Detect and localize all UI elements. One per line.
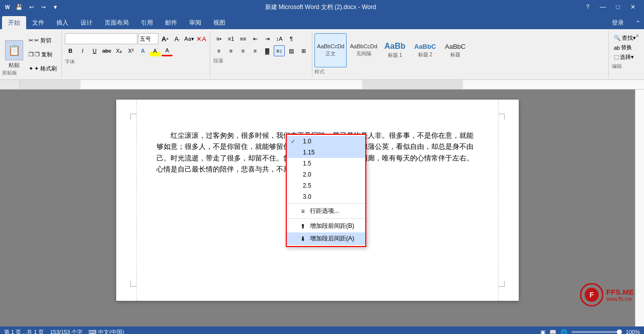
columns-btn[interactable]: ▓ xyxy=(262,45,273,56)
spacing-1-0-label: 1.0 xyxy=(303,138,311,145)
grow-font-btn[interactable]: A+ xyxy=(159,33,171,44)
minimize-btn[interactable]: — xyxy=(596,0,610,14)
font-group-label: 字体 xyxy=(65,58,207,65)
style-normal[interactable]: AaBbCcDd 正文 xyxy=(314,33,347,67)
spacing-2-0-label: 2.0 xyxy=(303,171,311,178)
undo-qa-btn[interactable]: ↩ xyxy=(26,2,36,12)
copy-label: ❐ 复制 xyxy=(35,51,52,58)
tab-view[interactable]: 视图 xyxy=(207,16,231,29)
redo-qa-btn[interactable]: ↪ xyxy=(38,2,48,12)
tab-mailings[interactable]: 邮件 xyxy=(159,16,183,29)
sort-btn[interactable]: ↕A xyxy=(274,33,285,44)
tab-file[interactable]: 文件 xyxy=(26,16,50,29)
save-qa-btn[interactable]: 💾 xyxy=(14,2,24,12)
bold-button[interactable]: B xyxy=(65,45,76,56)
line-spacing-btn[interactable]: ≡↕ xyxy=(274,45,285,56)
align-right-btn[interactable]: ≡ xyxy=(237,45,249,56)
view-normal-btn[interactable]: ▣ xyxy=(540,329,545,335)
clipboard-group: 📋 粘贴 ✂ ✂ 剪切 ❐ ❐ 复制 ✦ ✦ 格式刷 剪贴板 xyxy=(0,31,62,77)
options-label: 行距选项... xyxy=(310,207,339,215)
check-icon: ✓ xyxy=(291,138,299,145)
ribbon-tabs: 开始 文件 插入 设计 页面布局 引用 邮件 审阅 视图 登录 ⌃ xyxy=(0,14,644,29)
language-indicator[interactable]: ⌨ 中文(中国) xyxy=(89,328,124,335)
spacing-2-5[interactable]: 2.5 xyxy=(287,180,365,191)
line-spacing-options[interactable]: ≡ 行距选项... xyxy=(287,205,365,217)
spacing-1-0[interactable]: ✓ 1.0 xyxy=(287,136,365,147)
ruler-corner xyxy=(0,80,20,89)
ruler-area xyxy=(0,80,644,90)
tab-home[interactable]: 开始 xyxy=(2,16,26,29)
view-web-btn[interactable]: 🌐 xyxy=(560,329,568,335)
highlight-btn[interactable]: A xyxy=(149,45,160,56)
font-size-input[interactable] xyxy=(138,33,158,44)
watermark-text: FFS.ME www.ffs.me xyxy=(606,288,634,302)
font-name-input[interactable] xyxy=(65,33,137,44)
clipboard-sub: ✂ ✂ 剪切 ❐ ❐ 复制 ✦ ✦ 格式刷 xyxy=(26,32,59,76)
search-icon: 🔍 xyxy=(614,35,621,41)
spacing-2-0[interactable]: 2.0 xyxy=(287,169,365,180)
spacing-1-5[interactable]: 1.5 xyxy=(287,158,365,169)
copy-button[interactable]: ❐ ❐ 复制 xyxy=(27,50,58,59)
decrease-indent-btn[interactable]: ⇤ xyxy=(250,33,261,44)
ribbon-collapse-btn[interactable]: ∧ xyxy=(632,30,642,40)
spacing-3-0[interactable]: 3.0 xyxy=(287,191,365,202)
clear-format-btn[interactable]: ✕A xyxy=(196,33,207,44)
style-title-preview: AaBbC xyxy=(445,43,465,50)
add-space-after[interactable]: ⬇ 增加段后间距(A) xyxy=(287,232,365,245)
help-btn[interactable]: ? xyxy=(581,0,595,14)
space-after-icon: ⬇ xyxy=(299,235,307,243)
zoom-slider[interactable] xyxy=(572,331,622,333)
tab-insert[interactable]: 插入 xyxy=(50,16,74,29)
increase-indent-btn[interactable]: ⇥ xyxy=(262,33,273,44)
text-effect-btn[interactable]: A xyxy=(137,45,148,56)
ribbon-expand-icon[interactable]: ⌃ xyxy=(632,17,644,29)
style-normal-preview: AaBbCcDd xyxy=(317,43,344,49)
font-color-btn[interactable]: A xyxy=(162,45,173,56)
superscript-button[interactable]: X² xyxy=(125,45,136,56)
style-heading2[interactable]: AaBbC 标题 2 xyxy=(411,33,440,67)
maximize-btn[interactable]: □ xyxy=(611,0,625,14)
shading-btn[interactable]: ▨ xyxy=(286,45,297,56)
select-button[interactable]: ⬚ 选择▾ xyxy=(612,52,641,62)
justify-btn[interactable]: ≡ xyxy=(250,45,261,56)
bullets-btn[interactable]: ≡• xyxy=(213,33,224,44)
word-icon: W xyxy=(4,3,12,11)
align-center-btn[interactable]: ≡ xyxy=(225,45,236,56)
paragraph-group-label: 段落 xyxy=(213,57,309,64)
tab-references[interactable]: 引用 xyxy=(135,16,159,29)
style-heading1[interactable]: AaBb 标题 1 xyxy=(380,33,410,67)
shrink-font-btn[interactable]: A- xyxy=(172,33,183,44)
italic-button[interactable]: I xyxy=(77,45,88,56)
subscript-button[interactable]: X₂ xyxy=(113,45,124,56)
view-read-btn[interactable]: 📖 xyxy=(549,329,556,335)
change-case-btn[interactable]: Aa▾ xyxy=(184,33,195,44)
title-bar: W 💾 ↩ ↪ ▼ 新建 Microsoft Word 文档 (2).docx … xyxy=(0,0,644,14)
spacing-1-15[interactable]: 1.15 xyxy=(287,147,365,158)
cut-button[interactable]: ✂ ✂ 剪切 xyxy=(27,36,58,45)
multilevel-btn[interactable]: ≡≡ xyxy=(237,33,249,44)
zoom-level[interactable]: 100% xyxy=(626,329,640,334)
borders-btn[interactable]: ⊞ xyxy=(298,45,309,56)
tab-layout[interactable]: 页面布局 xyxy=(99,16,135,29)
underline-button[interactable]: U xyxy=(89,45,100,56)
tab-review[interactable]: 审阅 xyxy=(183,16,207,29)
show-marks-btn[interactable]: ¶ xyxy=(286,33,297,44)
style-title[interactable]: AaBbC 标题 xyxy=(441,33,470,67)
svg-rect-3 xyxy=(20,80,80,89)
qa-dropdown-btn[interactable]: ▼ xyxy=(50,2,60,12)
page-info: 第 1 页，共 1 页 xyxy=(4,328,44,335)
align-left-btn[interactable]: ≡ xyxy=(213,45,224,56)
tab-design[interactable]: 设计 xyxy=(74,16,99,29)
font-name-row: A+ A- Aa▾ ✕A xyxy=(65,33,207,44)
close-btn[interactable]: ✕ xyxy=(626,0,640,14)
style-no-spacing-label: 无间隔 xyxy=(356,50,371,57)
numbering-btn[interactable]: ≡1 xyxy=(225,33,236,44)
strikethrough-button[interactable]: abc xyxy=(101,45,112,56)
style-no-spacing[interactable]: AaBbCcDd 无间隔 xyxy=(348,33,379,67)
add-space-before[interactable]: ⬆ 增加段前间距(B) xyxy=(287,220,365,232)
cut-label: ✂ 剪切 xyxy=(34,37,51,44)
login-button[interactable]: 登录 xyxy=(608,17,628,29)
format-painter-button[interactable]: ✦ ✦ 格式刷 xyxy=(27,64,58,73)
zoom-thumb xyxy=(617,329,622,334)
replace-button[interactable]: ab 替换 xyxy=(612,43,641,52)
